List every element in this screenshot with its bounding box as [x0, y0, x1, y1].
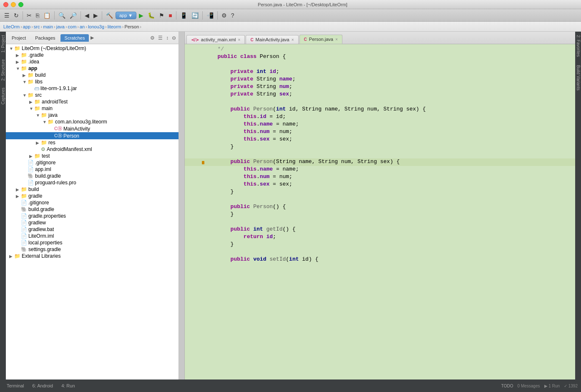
gradle-icon-buildapp: 🐘 — [28, 173, 34, 179]
tab-more[interactable]: ▶ — [91, 35, 94, 40]
tree-item-gitignore-root[interactable]: 📄 .gitignore — [6, 199, 179, 206]
tree-item-gradlefolder[interactable]: ▶ 📁 gradle — [6, 193, 179, 199]
tree-item-buildgradle-app[interactable]: 🐘 build.gradle — [6, 173, 179, 179]
tab-scratches[interactable]: Scratches — [60, 34, 89, 42]
toolbar-sync2-btn[interactable]: 🔄 — [190, 11, 200, 20]
toolbar-copy-btn[interactable]: ⎘ — [34, 11, 41, 20]
bottom-tab-terminal[interactable]: Terminal — [3, 382, 28, 389]
tree-item-settingsgradle[interactable]: 🐘 settings.gradle — [6, 246, 179, 253]
tree-item-gradlew-bat[interactable]: 📄 gradlew.bat — [6, 226, 179, 233]
toolbar-coverage-btn[interactable]: ⚑ — [157, 11, 166, 20]
tree-arrow-extlibs: ▶ — [9, 254, 14, 259]
folder-icon-androidtest: 📁 — [34, 99, 40, 105]
breadcrumb-liteorm2[interactable]: liteorm — [108, 24, 121, 29]
settings-icon[interactable]: ⚙ — [149, 34, 156, 42]
tree-item-src[interactable]: ▼ 📁 src — [6, 92, 179, 98]
tree-item-res[interactable]: ▶ 📁 res — [6, 139, 179, 146]
tree-item-androidtest[interactable]: ▶ 📁 androidTest — [6, 98, 179, 105]
breadcrumb-an[interactable]: an — [80, 24, 85, 29]
code-line: private int id; — [185, 68, 575, 76]
text-icon-gradlew: 📄 — [21, 220, 27, 226]
filter-icon[interactable]: ☰ — [157, 34, 163, 42]
minimize-button[interactable] — [11, 2, 16, 7]
tab-mainactivity-java[interactable]: C MainActivity.java × — [246, 35, 298, 44]
window-controls[interactable] — [3, 2, 23, 7]
tree-item-main[interactable]: ▼ 📁 main — [6, 105, 179, 112]
tree-item-gradle[interactable]: ▶ 📁 .gradle — [6, 52, 179, 58]
tab-project[interactable]: Project — [8, 34, 30, 42]
left-tab-project[interactable]: 1: Project — [0, 32, 6, 56]
tree-item-package[interactable]: ▼ 📁 com.an.lonou3g.liteorm — [6, 118, 179, 125]
right-tab-favorites[interactable]: 2: Favorites — [575, 32, 581, 60]
maximize-button[interactable] — [18, 2, 23, 7]
status-todo[interactable]: TODO — [501, 384, 513, 388]
toolbar-project-btn[interactable]: ☰ — [3, 11, 11, 20]
tree-item-gradlew[interactable]: 📄 gradlew — [6, 219, 179, 226]
toolbar-search-btn[interactable]: 🔍 — [57, 11, 67, 20]
tree-item-jar[interactable]: 🗃 lite-orm-1.9.1.jar — [6, 85, 179, 92]
toolbar-sdk-btn[interactable]: ⚙ — [220, 11, 229, 20]
tree-item-person[interactable]: Cⓐ Person — [6, 132, 179, 139]
tree-item-liteorm[interactable]: ▼ 📁 LiteOrm (~/Desktop/LiteOrm) — [6, 45, 179, 52]
tree-item-mainactivity[interactable]: Cⓐ MainActivity — [6, 125, 179, 132]
tree-item-gradleprops[interactable]: 📄 gradle.properties — [6, 213, 179, 219]
collapse-icon[interactable]: ⊖ — [171, 34, 177, 42]
tree-item-buildgradle-root[interactable]: 🐘 build.gradle — [6, 206, 179, 213]
toolbar-device-btn[interactable]: 📱 — [179, 11, 189, 20]
tree-item-appiml[interactable]: 📄 app.iml — [6, 166, 179, 173]
tab-packages[interactable]: Packages — [31, 34, 59, 42]
tab-close-activity-xml[interactable]: × — [238, 38, 241, 42]
tree-item-test[interactable]: ▶ 📁 test — [6, 153, 179, 159]
toolbar-debug-btn[interactable]: 🐛 — [146, 11, 156, 20]
breadcrumb-lonou3g[interactable]: lonou3g — [88, 24, 104, 29]
tab-activity-main-xml[interactable]: ≺/≻ activity_main.xml × — [186, 35, 245, 44]
breadcrumb-liteorm[interactable]: LiteOrm — [3, 24, 20, 29]
bottom-tab-android[interactable]: 6: Android — [29, 382, 57, 389]
tree-item-java[interactable]: ▼ 📁 java — [6, 112, 179, 118]
code-editor[interactable]: */ public class Person { private int id; — [185, 44, 575, 379]
tree-item-localprops[interactable]: 📄 local.properties — [6, 239, 179, 246]
left-tab-structure[interactable]: 2: Structure — [0, 56, 6, 84]
toolbar-help-btn[interactable]: ? — [229, 11, 236, 20]
tab-close-person[interactable]: × — [335, 37, 338, 42]
left-tab-captures[interactable]: Captures — [0, 84, 6, 108]
toolbar-paste-btn[interactable]: 📋 — [42, 11, 52, 20]
tree-item-proguard[interactable]: 📄 proguard-rules.pro — [6, 179, 179, 186]
toolbar-run-btn[interactable]: ▶ — [137, 11, 145, 20]
tree-item-extlibs[interactable]: ▶ 📁 External Libraries — [6, 253, 179, 259]
toolbar-build-btn[interactable]: 🔨 — [104, 11, 115, 20]
toolbar-stop-btn[interactable]: ■ — [167, 11, 174, 20]
tree-label-gradleprops: gradle.properties — [28, 213, 66, 219]
tree-item-app[interactable]: ▼ 📁 app — [6, 65, 179, 72]
text-icon-gradleprops: 📄 — [21, 213, 27, 219]
text-icon-proguard: 📄 — [28, 180, 34, 186]
tree-item-idea[interactable]: ▶ 📁 .idea — [6, 58, 179, 65]
tree-label-appiml: app.iml — [35, 166, 51, 172]
toolbar-search2-btn[interactable]: 🔎 — [68, 11, 78, 20]
tab-person-java[interactable]: C Person.java × — [299, 35, 342, 44]
tree-item-libs[interactable]: ▼ 📁 libs — [6, 78, 179, 85]
close-button[interactable] — [3, 2, 8, 7]
toolbar-back-btn[interactable]: ◀ — [83, 11, 91, 20]
breadcrumb-main[interactable]: main — [43, 24, 53, 29]
tab-close-mainactivity[interactable]: × — [292, 38, 294, 42]
breadcrumb-app[interactable]: app — [23, 24, 30, 29]
tree-label-liteormiml: LiteOrm.iml — [28, 233, 54, 239]
code-line: } — [185, 188, 575, 196]
tree-item-build-root[interactable]: ▶ 📁 build — [6, 186, 179, 193]
tree-item-androidmanifest[interactable]: ⚙ AndroidManifest.xml — [6, 146, 179, 153]
tree-item-liteormiml[interactable]: 📄 LiteOrm.iml — [6, 233, 179, 239]
toolbar-cut-btn[interactable]: ✂ — [25, 11, 33, 20]
breadcrumb-src[interactable]: src — [34, 24, 40, 29]
toolbar-app-dropdown[interactable]: app ▼ — [116, 12, 136, 19]
toolbar-fwd-btn[interactable]: ▶ — [92, 11, 100, 20]
bottom-tab-run[interactable]: 4: Run — [58, 382, 78, 389]
tree-item-gitignore-app[interactable]: 📄 .gitignore — [6, 159, 179, 166]
toolbar-avd-btn[interactable]: 📲 — [205, 11, 215, 20]
toolbar-sync-btn[interactable]: ↻ — [12, 11, 20, 20]
right-tab-build-variants[interactable]: Build Variants — [575, 62, 581, 94]
breadcrumb-com[interactable]: com — [68, 24, 77, 29]
breadcrumb-java[interactable]: java — [56, 24, 65, 29]
tree-item-build[interactable]: ▶ 📁 build — [6, 72, 179, 78]
sort-icon[interactable]: ↕ — [165, 34, 169, 42]
